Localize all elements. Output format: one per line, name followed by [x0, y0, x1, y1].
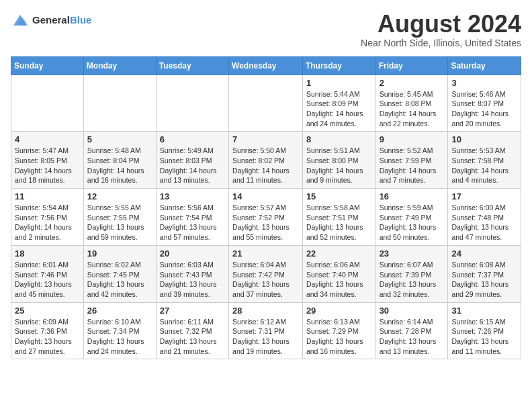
calendar-cell: 24Sunrise: 6:08 AMSunset: 7:37 PMDayligh…	[448, 245, 521, 302]
day-info: Sunrise: 5:58 AMSunset: 7:51 PMDaylight:…	[306, 203, 372, 242]
day-info: Sunrise: 6:01 AMSunset: 7:46 PMDaylight:…	[15, 260, 80, 300]
calendar-cell: 11Sunrise: 5:54 AMSunset: 7:56 PMDayligh…	[11, 189, 84, 246]
day-number: 5	[87, 134, 152, 144]
day-number: 12	[87, 191, 152, 201]
day-info: Sunrise: 5:52 AMSunset: 7:59 PMDaylight:…	[380, 146, 445, 185]
calendar-cell	[156, 75, 228, 132]
day-info-line: Daylight: 13 hours and 29 minutes.	[451, 280, 508, 298]
day-info: Sunrise: 6:15 AMSunset: 7:26 PMDaylight:…	[451, 317, 517, 357]
day-info-line: Daylight: 13 hours and 21 minutes.	[160, 337, 217, 355]
calendar-cell: 17Sunrise: 6:00 AMSunset: 7:48 PMDayligh…	[448, 189, 521, 246]
day-info-line: Sunset: 7:54 PM	[160, 214, 212, 222]
weekday-header: Thursday	[302, 56, 375, 75]
day-info-line: Daylight: 13 hours and 59 minutes.	[87, 223, 144, 241]
day-info-line: Sunset: 8:08 PM	[380, 99, 432, 107]
day-number: 11	[15, 191, 80, 201]
day-info-line: Daylight: 14 hours and 22 minutes.	[380, 109, 437, 128]
calendar-cell: 18Sunrise: 6:01 AMSunset: 7:46 PMDayligh…	[11, 245, 84, 302]
day-info: Sunrise: 5:56 AMSunset: 7:54 PMDaylight:…	[160, 203, 225, 242]
day-info-line: Daylight: 13 hours and 13 minutes.	[380, 337, 437, 355]
day-info-line: Sunset: 7:59 PM	[380, 156, 432, 165]
header: GeneralBlue August 2024 Near North Side,…	[11, 11, 521, 48]
day-info-line: Sunrise: 6:13 AM	[306, 318, 360, 326]
day-info-line: Sunrise: 6:06 AM	[306, 261, 360, 269]
day-info-line: Sunrise: 5:54 AM	[15, 203, 69, 212]
day-info-line: Sunset: 7:45 PM	[87, 271, 140, 279]
day-number: 20	[160, 248, 225, 259]
calendar-cell: 9Sunrise: 5:52 AMSunset: 7:59 PMDaylight…	[375, 132, 448, 189]
day-info-line: Sunrise: 5:53 AM	[451, 146, 505, 154]
day-info-line: Sunrise: 6:03 AM	[160, 261, 214, 269]
calendar-cell	[83, 75, 156, 132]
calendar-cell: 7Sunrise: 5:50 AMSunset: 8:02 PMDaylight…	[229, 132, 303, 189]
day-info-line: Sunset: 7:49 PM	[380, 214, 432, 222]
day-info-line: Sunrise: 6:07 AM	[380, 261, 433, 269]
day-info-line: Sunset: 7:39 PM	[380, 271, 432, 279]
day-info-line: Sunrise: 6:11 AM	[160, 318, 214, 326]
day-info: Sunrise: 5:54 AMSunset: 7:56 PMDaylight:…	[15, 203, 80, 242]
calendar-title: August 2024	[361, 11, 521, 38]
calendar-cell	[229, 75, 303, 132]
day-info-line: Sunrise: 5:44 AM	[306, 90, 360, 98]
day-info-line: Daylight: 13 hours and 52 minutes.	[306, 223, 363, 241]
calendar-cell: 23Sunrise: 6:07 AMSunset: 7:39 PMDayligh…	[375, 245, 448, 302]
day-info: Sunrise: 5:49 AMSunset: 8:03 PMDaylight:…	[160, 146, 225, 185]
day-info-line: Daylight: 14 hours and 20 minutes.	[451, 109, 508, 128]
day-info-line: Sunset: 8:07 PM	[451, 99, 504, 107]
day-number: 25	[15, 306, 80, 316]
day-info-line: Sunset: 7:28 PM	[380, 327, 432, 335]
day-info: Sunrise: 5:50 AMSunset: 8:02 PMDaylight:…	[232, 146, 299, 185]
day-info-line: Daylight: 14 hours and 4 minutes.	[451, 167, 508, 185]
day-number: 17	[451, 191, 517, 201]
day-info-line: Sunrise: 5:58 AM	[306, 203, 360, 212]
day-number: 8	[306, 134, 372, 144]
day-number: 26	[87, 306, 152, 316]
weekday-header: Saturday	[448, 56, 521, 75]
day-number: 6	[160, 134, 225, 144]
day-number: 28	[232, 306, 299, 316]
day-number: 30	[380, 306, 445, 316]
day-info-line: Sunrise: 6:01 AM	[15, 261, 69, 269]
calendar-body: 1Sunrise: 5:44 AMSunset: 8:09 PMDaylight…	[11, 75, 521, 359]
day-info-line: Sunrise: 5:59 AM	[380, 203, 433, 212]
day-info: Sunrise: 6:03 AMSunset: 7:43 PMDaylight:…	[160, 260, 225, 300]
day-number: 9	[380, 134, 445, 144]
calendar-cell: 3Sunrise: 5:46 AMSunset: 8:07 PMDaylight…	[448, 75, 521, 132]
calendar-cell: 22Sunrise: 6:06 AMSunset: 7:40 PMDayligh…	[302, 245, 375, 302]
day-info: Sunrise: 6:04 AMSunset: 7:42 PMDaylight:…	[232, 260, 299, 300]
day-info-line: Sunset: 8:03 PM	[160, 156, 212, 165]
day-info: Sunrise: 6:14 AMSunset: 7:28 PMDaylight:…	[380, 317, 445, 357]
day-info: Sunrise: 5:47 AMSunset: 8:05 PMDaylight:…	[15, 146, 80, 185]
calendar-cell: 20Sunrise: 6:03 AMSunset: 7:43 PMDayligh…	[156, 245, 228, 302]
day-info-line: Sunrise: 5:47 AM	[15, 146, 69, 154]
day-info: Sunrise: 6:07 AMSunset: 7:39 PMDaylight:…	[380, 260, 445, 300]
day-info-line: Sunset: 7:36 PM	[15, 327, 67, 335]
day-info-line: Daylight: 13 hours and 55 minutes.	[232, 223, 290, 241]
day-info-line: Daylight: 14 hours and 18 minutes.	[15, 167, 72, 185]
day-number: 19	[87, 248, 152, 259]
calendar-cell: 25Sunrise: 6:09 AMSunset: 7:36 PMDayligh…	[11, 302, 84, 359]
calendar-cell: 10Sunrise: 5:53 AMSunset: 7:58 PMDayligh…	[448, 132, 521, 189]
day-info-line: Sunrise: 5:55 AM	[87, 203, 141, 212]
day-number: 27	[160, 306, 225, 316]
day-number: 7	[232, 134, 299, 144]
calendar-week: 11Sunrise: 5:54 AMSunset: 7:56 PMDayligh…	[11, 189, 521, 246]
day-info: Sunrise: 6:06 AMSunset: 7:40 PMDaylight:…	[306, 260, 372, 300]
calendar-cell: 8Sunrise: 5:51 AMSunset: 8:00 PMDaylight…	[302, 132, 375, 189]
calendar-cell: 13Sunrise: 5:56 AMSunset: 7:54 PMDayligh…	[156, 189, 228, 246]
calendar-cell: 21Sunrise: 6:04 AMSunset: 7:42 PMDayligh…	[229, 245, 303, 302]
day-info: Sunrise: 6:09 AMSunset: 7:36 PMDaylight:…	[15, 317, 80, 357]
day-info-line: Sunrise: 5:52 AM	[380, 146, 433, 154]
day-info-line: Sunrise: 5:56 AM	[160, 203, 214, 212]
calendar-table: SundayMondayTuesdayWednesdayThursdayFrid…	[11, 56, 521, 360]
day-info: Sunrise: 5:57 AMSunset: 7:52 PMDaylight:…	[232, 203, 299, 242]
day-info-line: Sunset: 8:05 PM	[15, 156, 67, 165]
day-info: Sunrise: 5:46 AMSunset: 8:07 PMDaylight:…	[451, 89, 517, 129]
weekday-header: Wednesday	[229, 56, 303, 75]
day-info: Sunrise: 6:02 AMSunset: 7:45 PMDaylight:…	[87, 260, 152, 300]
day-number: 3	[451, 78, 517, 88]
day-info: Sunrise: 6:00 AMSunset: 7:48 PMDaylight:…	[451, 203, 517, 242]
day-number: 1	[306, 78, 372, 88]
day-info-line: Sunset: 7:58 PM	[451, 156, 504, 165]
calendar-week: 18Sunrise: 6:01 AMSunset: 7:46 PMDayligh…	[11, 245, 521, 302]
